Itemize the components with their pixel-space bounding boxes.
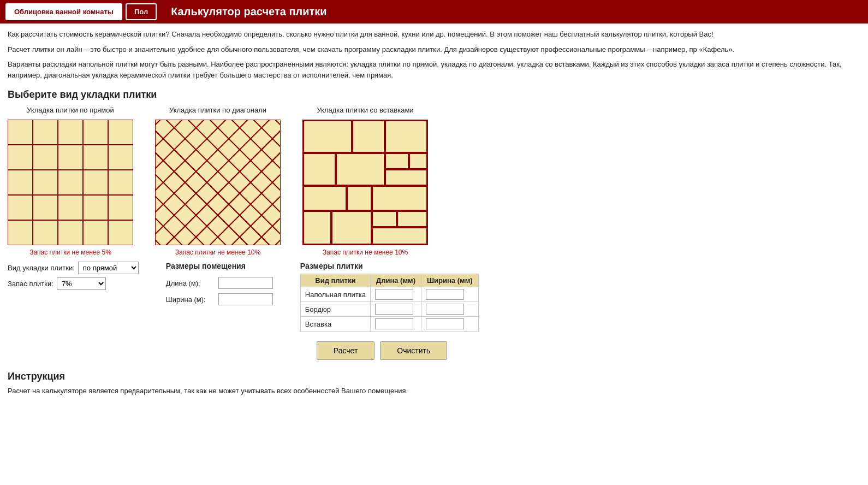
buttons-row: Расчет Очистить	[317, 341, 479, 360]
tile-option-diagonal-note: Запас плитки не менее 10%	[175, 249, 260, 256]
row-border-width[interactable]	[421, 302, 479, 317]
col-width: Ширина (мм)	[421, 274, 479, 287]
layout-row: Вид укладки плитки: по прямой по диагона…	[8, 262, 139, 274]
tile-option-straight-note: Запас плитки не менее 5%	[29, 249, 111, 256]
svg-rect-41	[353, 121, 384, 152]
room-width-label: Ширина (м):	[166, 295, 215, 304]
room-size: Размеры помещения Длина (м): Ширина (м):	[166, 262, 273, 305]
row-floor-length[interactable]	[370, 287, 421, 302]
layout-label: Вид укладки плитки:	[8, 264, 75, 272]
svg-rect-45	[385, 153, 408, 169]
room-width-row: Ширина (м):	[166, 293, 273, 305]
tile-option-diagonal-label: Укладка плитки по диагонали	[169, 106, 266, 114]
svg-rect-54	[397, 211, 427, 227]
border-length-input[interactable]	[375, 304, 413, 315]
row-floor-label: Напольная плитка	[300, 287, 370, 302]
tile-inserts-svg	[302, 120, 428, 245]
row-insert-length[interactable]	[370, 317, 421, 332]
svg-rect-50	[372, 186, 427, 210]
svg-rect-9	[155, 120, 281, 245]
col-type: Вид плитки	[300, 274, 370, 287]
border-width-input[interactable]	[426, 304, 464, 315]
row-border-length[interactable]	[370, 302, 421, 317]
svg-rect-42	[385, 121, 427, 152]
clear-button[interactable]: Очистить	[380, 341, 447, 360]
tile-option-inserts[interactable]: Укладка плитки со вставками	[302, 106, 428, 256]
reserve-row: Запас плитки: 5% 7% 10% 15%	[8, 277, 139, 290]
reserve-label: Запас плитки:	[8, 280, 53, 288]
svg-rect-40	[304, 121, 352, 152]
col-length: Длина (мм)	[370, 274, 421, 287]
calc-button[interactable]: Расчет	[317, 341, 375, 360]
tile-straight-svg	[8, 120, 133, 245]
reserve-select[interactable]: 5% 7% 10% 15%	[57, 277, 106, 290]
svg-rect-55	[372, 228, 427, 244]
tile-types: Укладка плитки по прямой Запас плитки не…	[8, 106, 860, 256]
row-floor-width[interactable]	[421, 287, 479, 302]
svg-rect-46	[409, 153, 427, 169]
row-insert-label: Вставка	[300, 317, 370, 332]
tile-option-inserts-note: Запас плитки не менее 10%	[323, 249, 408, 256]
instruction-title: Инструкция	[8, 371, 860, 382]
insert-width-input[interactable]	[426, 318, 464, 329]
main-content: Как рассчитать стоимость керамической пл…	[0, 23, 868, 402]
room-length-row: Длина (м):	[166, 277, 273, 289]
intro-para1: Как рассчитать стоимость керамической пл…	[8, 29, 860, 40]
room-length-input[interactable]	[218, 277, 273, 289]
form-area: Вид укладки плитки: по прямой по диагона…	[8, 262, 860, 360]
tile-diagonal-svg	[155, 120, 281, 245]
tile-size-table: Вид плитки Длина (мм) Ширина (мм) Наполь…	[300, 274, 479, 332]
svg-rect-47	[385, 170, 427, 185]
tile-option-straight-label: Укладка плитки по прямой	[27, 106, 114, 114]
svg-rect-44	[336, 153, 384, 185]
room-size-title: Размеры помещения	[166, 262, 273, 270]
header: Облицовка ванной комнаты Пол Калькулятор…	[0, 0, 868, 23]
bathroom-btn[interactable]: Облицовка ванной комнаты	[5, 3, 122, 20]
floor-width-input[interactable]	[426, 289, 464, 300]
section-title: Выберите вид укладки плитки	[8, 89, 860, 100]
intro-para2: Расчет плитки он лайн – это быстро и зна…	[8, 44, 860, 55]
row-insert-width[interactable]	[421, 317, 479, 332]
table-row: Напольная плитка	[300, 287, 478, 302]
floor-length-input[interactable]	[375, 289, 413, 300]
svg-rect-43	[304, 153, 335, 185]
room-width-input[interactable]	[218, 293, 273, 305]
form-left: Вид укладки плитки: по прямой по диагона…	[8, 262, 139, 290]
svg-rect-52	[332, 211, 371, 244]
row-border-label: Бордюр	[300, 302, 370, 317]
page-title: Калькулятор расчета плитки	[171, 5, 326, 18]
floor-btn[interactable]: Пол	[126, 3, 157, 20]
svg-rect-51	[304, 211, 331, 244]
tile-option-inserts-label: Укладка плитки со вставками	[317, 106, 413, 114]
tile-option-straight[interactable]: Укладка плитки по прямой Запас плитки не…	[8, 106, 133, 256]
svg-rect-48	[304, 186, 346, 210]
svg-rect-53	[372, 211, 396, 227]
insert-length-input[interactable]	[375, 318, 413, 329]
layout-select[interactable]: по прямой по диагонали со вставками	[78, 262, 139, 274]
svg-rect-49	[347, 186, 371, 210]
svg-rect-0	[8, 120, 133, 245]
intro-para3: Варианты раскладки напольной плитки могу…	[8, 59, 860, 80]
room-length-label: Длина (м):	[166, 279, 215, 287]
tile-option-diagonal[interactable]: Укладка плитки по диагонали	[155, 106, 281, 256]
table-row: Бордюр	[300, 302, 478, 317]
instruction-text: Расчет на калькуляторе является предвари…	[8, 386, 860, 397]
tile-sizes: Размеры плитки Вид плитки Длина (мм) Шир…	[300, 262, 479, 360]
table-row: Вставка	[300, 317, 478, 332]
tile-size-title: Размеры плитки	[300, 262, 479, 270]
